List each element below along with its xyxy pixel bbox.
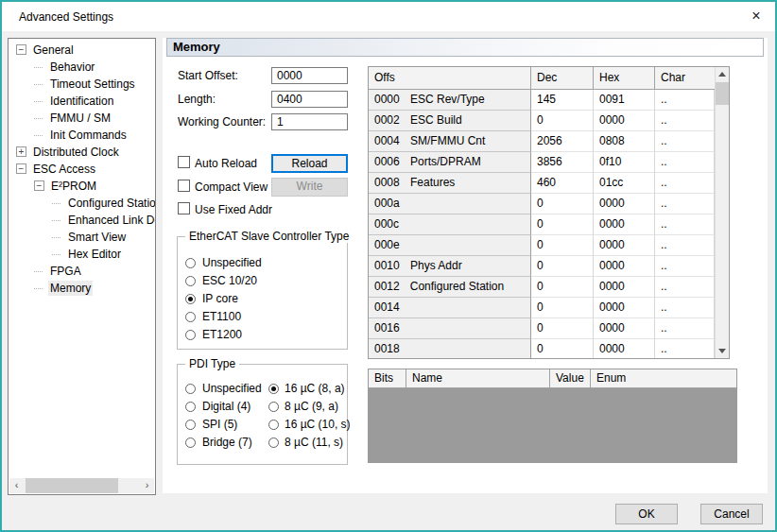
tree-connector [34, 67, 43, 68]
scrollbar-thumb[interactable] [26, 478, 118, 493]
radio-digital-4[interactable]: Digital (4) [202, 400, 250, 413]
memory-table-vertical-scrollbar[interactable] [715, 67, 729, 358]
offs-cell: 0006Ports/DPRAM [369, 152, 531, 173]
memory-row-0018[interactable]: 001800000.. [369, 339, 715, 359]
ok-button[interactable]: OK [615, 504, 678, 524]
radio-icon[interactable] [185, 438, 196, 448]
radio-icon[interactable] [268, 402, 279, 412]
memory-row-000c[interactable]: 000c00000.. [369, 215, 715, 235]
memory-row-0000[interactable]: 0000ESC Rev/Type1450091.. [369, 90, 715, 111]
scroll-right-icon[interactable]: › [140, 478, 154, 493]
tree-item-fpga[interactable]: FPGA [9, 263, 155, 280]
dec-cell: 0 [531, 111, 594, 131]
cancel-button[interactable]: Cancel [700, 504, 763, 524]
radio-unspecified[interactable]: Unspecified [178, 254, 347, 272]
radio-icon[interactable] [185, 258, 196, 268]
radio-icon[interactable] [185, 402, 196, 412]
column-header-name[interactable]: Name [406, 369, 550, 388]
memory-row-0014[interactable]: 001400000.. [369, 298, 715, 318]
tree-item-esc-access[interactable]: −ESC Access [9, 161, 155, 178]
column-header-enum[interactable]: Enum [591, 369, 736, 388]
expand-icon[interactable]: + [16, 146, 26, 157]
tree-item-enhanced-link-de[interactable]: Enhanced Link De [9, 212, 155, 229]
radio-unspecified[interactable]: Unspecified [202, 382, 262, 395]
tree-horizontal-scrollbar[interactable]: ‹ › [9, 478, 154, 493]
tree-item-behavior[interactable]: Behavior [9, 59, 155, 76]
column-header-bits[interactable]: Bits [369, 369, 406, 388]
column-header-char[interactable]: Char [655, 67, 715, 90]
radio-8-c-9-a[interactable]: 8 µC (9, a) [268, 398, 338, 416]
scroll-left-icon[interactable]: ‹ [9, 478, 24, 493]
radio-ip-core[interactable]: IP core [178, 290, 347, 308]
radio-spi-5[interactable]: SPI (5) [202, 418, 237, 431]
tree-item-smart-view[interactable]: Smart View [9, 229, 155, 246]
radio-et1100[interactable]: ET1100 [178, 308, 347, 326]
radio-icon[interactable] [185, 276, 196, 286]
offs-value: 000c [374, 215, 410, 234]
offs-cell: 000a [369, 194, 531, 215]
scrollbar-thumb[interactable] [716, 82, 729, 105]
scroll-down-icon[interactable] [716, 344, 729, 358]
radio-icon[interactable] [185, 384, 196, 394]
write-button[interactable]: Write [271, 178, 348, 197]
collapse-icon[interactable]: − [16, 163, 26, 174]
memory-row-0004[interactable]: 0004SM/FMMU Cnt20560808.. [369, 131, 715, 152]
tree-connector [52, 203, 60, 204]
memory-row-0010[interactable]: 0010Phys Addr00000.. [369, 256, 715, 277]
use-fixed-addr-checkbox[interactable] [178, 202, 190, 215]
column-header-offs[interactable]: Offs [369, 67, 531, 90]
tree-item-identification[interactable]: Identification [9, 93, 155, 110]
reload-button[interactable]: Reload [271, 154, 348, 173]
use-fixed-addr-label: Use Fixed Addr [195, 203, 272, 216]
memory-row-0006[interactable]: 0006Ports/DPRAM38560f10.. [369, 152, 715, 173]
tree-item-memory[interactable]: Memory [9, 280, 155, 297]
memory-row-0016[interactable]: 001600000.. [369, 318, 715, 339]
pdi-radio-row: Bridge (7)8 µC (11, s) [178, 434, 347, 452]
tree-item-e-prom[interactable]: −E²PROM [9, 178, 155, 195]
tree-item-label: General [31, 43, 76, 58]
working-counter-input[interactable] [271, 113, 348, 130]
dec-cell: 0 [531, 277, 594, 298]
tree-item-distributed-clock[interactable]: +Distributed Clock [9, 144, 155, 161]
radio-et1200[interactable]: ET1200 [178, 326, 347, 344]
column-header-dec[interactable]: Dec [531, 67, 594, 90]
memory-row-000a[interactable]: 000a00000.. [369, 194, 715, 215]
radio-icon[interactable] [268, 438, 279, 448]
memory-row-000e[interactable]: 000e00000.. [369, 235, 715, 256]
radio-bridge-7[interactable]: Bridge (7) [202, 436, 252, 449]
radio-16-c-10-s[interactable]: 16 µC (10, s) [268, 416, 351, 434]
column-header-hex[interactable]: Hex [594, 67, 655, 90]
tree-item-hex-editor[interactable]: Hex Editor [9, 246, 155, 263]
tree-item-configured-statio[interactable]: Configured Statio [9, 195, 155, 212]
length-input[interactable] [271, 91, 348, 108]
tree-item-label: Init Commands [48, 128, 129, 143]
memory-row-0012[interactable]: 0012Configured Station Alias00000.. [369, 277, 715, 298]
tree-item-fmmu-sm[interactable]: FMMU / SM [9, 110, 155, 127]
start-offset-input[interactable] [271, 67, 348, 84]
tree-item-general[interactable]: −General [9, 42, 155, 59]
hex-cell: 01cc [594, 173, 655, 194]
memory-row-0008[interactable]: 0008Features46001cc.. [369, 173, 715, 194]
bits-table-header: Bits Name Value Enum [369, 369, 736, 388]
tree-item-timeout-settings[interactable]: Timeout Settings [9, 76, 155, 93]
radio-icon[interactable] [268, 384, 279, 394]
collapse-icon[interactable]: − [34, 180, 44, 191]
radio-icon[interactable] [185, 330, 196, 340]
collapse-icon[interactable]: − [16, 44, 26, 55]
memory-row-0002[interactable]: 0002ESC Build00000.. [369, 111, 715, 131]
close-icon[interactable]: × [747, 7, 766, 26]
radio-icon[interactable] [268, 420, 279, 430]
scroll-up-icon[interactable] [716, 67, 729, 81]
radio-16-c-8-a[interactable]: 16 µC (8, a) [268, 380, 345, 398]
register-name: Ports/DPRAM [410, 152, 481, 172]
column-header-value[interactable]: Value [550, 369, 591, 388]
radio-icon[interactable] [185, 420, 196, 430]
hex-cell: 0f10 [594, 152, 655, 173]
radio-icon[interactable] [185, 312, 196, 322]
radio-8-c-11-s[interactable]: 8 µC (11, s) [268, 434, 343, 452]
tree-item-init-commands[interactable]: Init Commands [9, 127, 155, 144]
radio-icon[interactable] [185, 294, 196, 304]
compact-view-checkbox[interactable] [178, 180, 190, 192]
auto-reload-checkbox[interactable] [178, 156, 190, 168]
radio-esc-10-20[interactable]: ESC 10/20 [178, 272, 347, 290]
